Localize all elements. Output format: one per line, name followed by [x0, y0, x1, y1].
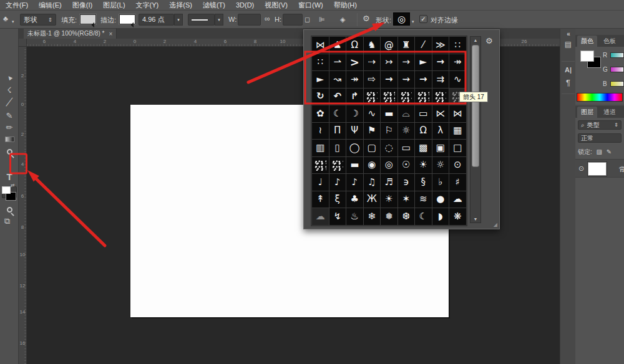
brush-tool[interactable]: ✎	[2, 110, 17, 122]
shape-pedestal[interactable]: Π	[329, 123, 346, 140]
menu-item[interactable]: 视图(V)	[265, 1, 288, 10]
shape-light-bulb-rays[interactable]: ☼	[432, 157, 449, 174]
channel-slider-b[interactable]	[610, 81, 624, 87]
shape-treble-clef[interactable]: §	[415, 174, 432, 191]
shape-quarter-note[interactable]: ♩	[312, 174, 329, 191]
shape-note[interactable]: ♪	[329, 174, 346, 191]
shape-lightning[interactable]: ↯	[329, 208, 346, 225]
menu-item[interactable]: 窗口(W)	[298, 1, 323, 10]
lock-transparency-icon[interactable]: ▨	[597, 148, 602, 155]
shape-arrow-15[interactable]: ∿	[449, 71, 466, 88]
shape-scribble-3[interactable]	[398, 89, 415, 105]
fill-swatch[interactable]	[80, 14, 96, 24]
shape-sketch-circle[interactable]: ◉	[364, 157, 381, 174]
zoom-tool[interactable]	[2, 204, 17, 216]
tab-channels[interactable]: 通道	[600, 107, 620, 118]
shape-arrow-11[interactable]: →	[381, 71, 397, 88]
stroke-width-field[interactable]: 4.96 点	[139, 14, 174, 26]
shape-fern[interactable]: ξ	[329, 191, 346, 208]
menu-item[interactable]: 图像(I)	[72, 1, 92, 10]
shape-leaf[interactable]: ◗	[432, 208, 449, 225]
dodge-tool[interactable]	[2, 146, 17, 158]
shape-arrow-8[interactable]: ↝	[329, 71, 346, 88]
shape-maple-leaf[interactable]: ❋	[449, 208, 466, 225]
shape-texture-2[interactable]	[329, 157, 346, 174]
shape-moon[interactable]: ☾	[415, 208, 432, 225]
magic-wand-tool[interactable]: ☇	[2, 84, 17, 96]
shape-curved-arrow-2[interactable]: ↶	[329, 89, 346, 105]
shape-cloud-outline[interactable]: ☁	[312, 208, 329, 225]
shape-waves[interactable]: ≋	[415, 191, 432, 208]
shape-flag[interactable]: ⚑	[364, 123, 381, 140]
shape-awareness-ribbon[interactable]: λ	[432, 123, 449, 140]
shape-crescent[interactable]: ☾	[329, 105, 346, 122]
paragraph-panel-icon[interactable]: ¶	[560, 78, 576, 87]
type-tool[interactable]: T	[2, 171, 17, 183]
shape-arrow-6[interactable]: ↠	[449, 54, 466, 71]
shape-curved-arrow[interactable]: ↻	[312, 89, 329, 105]
scroll-up-icon[interactable]: ▲	[470, 38, 480, 42]
shape-picker-caret-icon[interactable]: ▾	[412, 17, 414, 26]
shape-bent-arrow[interactable]: ↱	[346, 89, 363, 105]
shape-paw-print-2[interactable]: ∷	[312, 54, 329, 71]
shape-arrow-14[interactable]: ⇉	[432, 71, 449, 88]
shape-grid-scrollbar[interactable]: ▲ ▼	[470, 36, 481, 223]
shape-cat[interactable]: ♟	[329, 37, 346, 54]
link-dimensions-icon[interactable]: ∞	[265, 14, 270, 23]
tab-close-icon[interactable]: ×	[109, 31, 113, 37]
blend-mode-select[interactable]: 正常	[578, 133, 622, 143]
shape-ornament[interactable]: ✿	[312, 105, 329, 122]
shape-butterfly[interactable]: Ж	[364, 191, 381, 208]
shape-sketch-circle-2[interactable]: ◎	[381, 157, 397, 174]
tab-color[interactable]: 颜色	[577, 36, 597, 47]
layer-visibility-eye-icon[interactable]: ⊙	[578, 165, 584, 173]
shape-banner[interactable]: ▬	[381, 105, 397, 122]
shape-arrow-10[interactable]: ⇨	[364, 71, 381, 88]
channel-slider-r[interactable]	[610, 52, 624, 58]
tool-mode-select[interactable]: 形状 ⇕	[20, 14, 56, 26]
color-spectrum-ramp[interactable]	[577, 93, 623, 102]
picker-gear-icon[interactable]: ⚙	[485, 36, 493, 46]
tool-preset-icon[interactable]: ♣	[3, 14, 8, 23]
stroke-swatch[interactable]	[119, 14, 135, 24]
shape-arrow-7[interactable]: ►	[312, 71, 329, 88]
shape-arrow-9[interactable]: ↠	[346, 71, 363, 88]
scroll-down-icon[interactable]: ▼	[470, 217, 480, 221]
shape-seal[interactable]: ☼	[398, 123, 415, 140]
height-field[interactable]	[283, 14, 303, 26]
eyedropper-tool[interactable]: ╱	[2, 96, 17, 108]
resize-grip-icon[interactable]: ◢	[494, 222, 497, 228]
shape-ribbon-loop[interactable]: Ω	[415, 123, 432, 140]
character-panel-icon[interactable]: A|	[560, 66, 576, 74]
menu-item[interactable]: 滤镜(T)	[203, 1, 225, 10]
shape-sharp[interactable]: ♯	[449, 174, 466, 191]
shape-arrow-triangle[interactable]: ►	[415, 54, 432, 71]
shape-thick-line[interactable]: ▬	[346, 157, 363, 174]
shape-frame-2[interactable]: ▢	[364, 140, 381, 156]
width-field[interactable]	[238, 14, 261, 26]
shape-arrow-13[interactable]: →	[415, 71, 432, 88]
shape-sitting-cat[interactable]: Ω	[346, 37, 363, 54]
shape-bowtie-2[interactable]: ⋈	[449, 105, 466, 122]
shape-sparkle[interactable]: ✶	[398, 191, 415, 208]
menu-item[interactable]: 选择(S)	[169, 1, 192, 10]
shape-frame-4[interactable]: ▣	[432, 140, 449, 156]
shape-bird[interactable]: ≫	[432, 37, 449, 54]
stroke-width-caret-icon[interactable]: ▾	[174, 14, 183, 26]
shape-frame-3[interactable]: ▭	[398, 140, 415, 156]
shape-filmstrip[interactable]: ▥	[312, 140, 329, 156]
shape-rabbit[interactable]: ♜	[398, 37, 415, 54]
path-arrangement-icon[interactable]: ◈	[340, 15, 345, 24]
shape-arrow-12[interactable]: ⇝	[398, 71, 415, 88]
shape-oval-frame[interactable]: ◯	[346, 140, 363, 156]
shape-film-frame[interactable]: ▦	[449, 123, 466, 140]
swap-colors-icon[interactable]: ⇄	[11, 183, 15, 188]
shape-trophy[interactable]: Ψ	[346, 123, 363, 140]
shape-beamed-notes[interactable]: ♫	[364, 174, 381, 191]
path-operations-icon[interactable]: ◻	[305, 15, 310, 24]
shape-crescent-2[interactable]: ☽	[346, 105, 363, 122]
shape-splat[interactable]: ☀	[415, 157, 432, 174]
shape-snail[interactable]: @	[381, 37, 397, 54]
gradient-tool[interactable]	[2, 133, 17, 145]
shape-shamrock[interactable]: ♣	[346, 191, 363, 208]
